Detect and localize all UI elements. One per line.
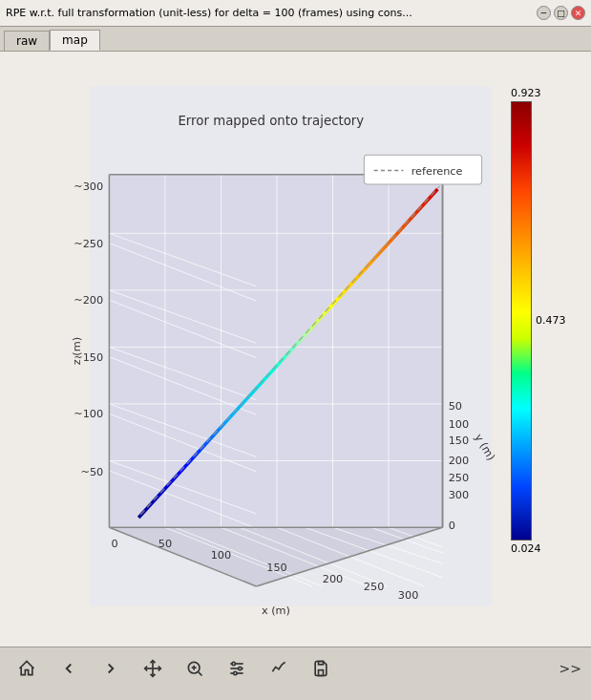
plot-style-button[interactable] [262, 654, 296, 683]
legend-reference: reference [412, 165, 463, 178]
svg-text:100: 100 [211, 549, 232, 562]
plot-container: ~50 ~100 ~150 ~200 ~250 ~300 z (m) 50 10… [14, 70, 578, 633]
home-button[interactable] [10, 654, 44, 683]
svg-text:250: 250 [364, 581, 385, 593]
svg-text:250: 250 [449, 472, 470, 484]
x-axis-label: x (m) [262, 605, 290, 617]
more-button[interactable]: >> [559, 661, 581, 676]
plot-area: ~50 ~100 ~150 ~200 ~250 ~300 z (m) 50 10… [0, 52, 591, 647]
svg-text:150: 150 [266, 562, 287, 574]
main-content: ~50 ~100 ~150 ~200 ~250 ~300 z (m) 50 10… [0, 52, 591, 689]
plot-svg: ~50 ~100 ~150 ~200 ~250 ~300 z (m) 50 10… [21, 76, 570, 626]
back-button[interactable] [52, 654, 86, 683]
svg-point-78 [239, 667, 242, 669]
plot-title: Error mapped onto trajectory [178, 114, 364, 128]
svg-text:150: 150 [449, 435, 470, 447]
forward-button[interactable] [94, 654, 128, 683]
minimize-button[interactable]: ─ [537, 6, 551, 20]
svg-text:~300: ~300 [74, 180, 103, 193]
svg-text:50: 50 [449, 400, 462, 413]
maximize-button[interactable]: □ [554, 6, 568, 20]
window-title: RPE w.r.t. full transformation (unit-les… [6, 7, 537, 19]
close-button[interactable]: ✕ [571, 6, 585, 20]
svg-text:300: 300 [398, 589, 419, 602]
svg-text:~50: ~50 [80, 466, 103, 478]
tab-raw[interactable]: raw [4, 31, 50, 51]
save-button[interactable] [304, 654, 338, 683]
svg-text:200: 200 [323, 573, 344, 585]
tabbar: raw map [0, 27, 591, 52]
colorbar-max: 0.923 [511, 87, 541, 99]
pan-button[interactable] [136, 654, 170, 683]
svg-rect-80 [319, 669, 324, 675]
svg-line-71 [199, 671, 202, 675]
svg-text:~100: ~100 [74, 408, 103, 420]
svg-text:300: 300 [449, 489, 470, 501]
zoom-button[interactable] [178, 654, 212, 683]
svg-text:50: 50 [158, 538, 172, 550]
svg-text:0: 0 [111, 538, 117, 550]
svg-text:0: 0 [449, 520, 455, 532]
toolbar: >> [0, 647, 591, 689]
titlebar: RPE w.r.t. full transformation (unit-les… [0, 0, 591, 27]
colorbar-min: 0.024 [511, 542, 541, 555]
window-controls: ─ □ ✕ [537, 6, 585, 20]
svg-text:~200: ~200 [74, 294, 103, 307]
svg-point-79 [234, 671, 237, 674]
colorbar: 0.923 0.473 0.024 [511, 87, 566, 555]
svg-text:100: 100 [449, 418, 470, 431]
z-axis-label: z (m) [71, 337, 83, 365]
svg-rect-81 [319, 661, 324, 664]
configure-button[interactable] [220, 654, 254, 683]
svg-marker-2 [109, 175, 442, 528]
colorbar-mid-label: 0.473 [536, 314, 566, 327]
svg-text:~250: ~250 [74, 238, 103, 250]
svg-point-77 [232, 662, 235, 665]
svg-text:200: 200 [449, 455, 470, 467]
tab-map[interactable]: map [50, 30, 100, 51]
